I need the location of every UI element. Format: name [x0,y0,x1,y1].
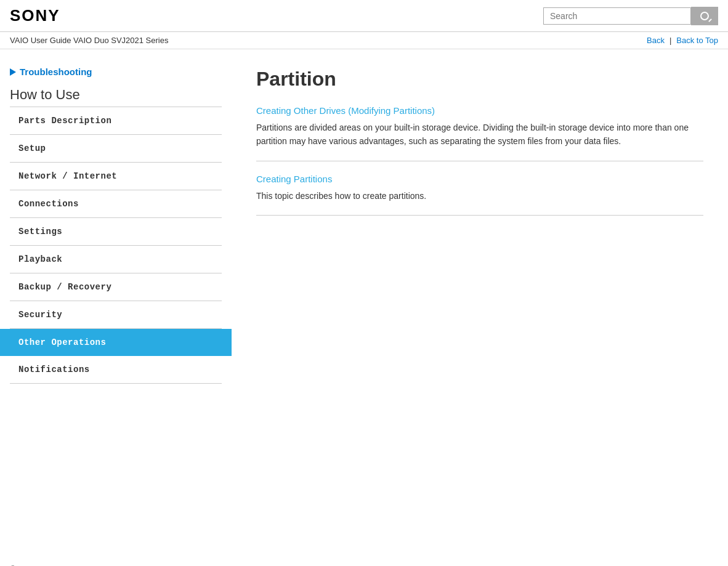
page-title: Partition [256,68,703,91]
how-to-use-heading: How to Use [0,87,232,107]
sidebar-item-backup-recovery[interactable]: Backup / Recovery [0,273,232,301]
sidebar-item-playback[interactable]: Playback [0,246,232,273]
sidebar-item-setup[interactable]: Setup [0,135,232,162]
section-desc-creating-partitions: This topic describes how to create parti… [256,189,703,203]
breadcrumb: VAIO User Guide VAIO Duo SVJ2021 Series [10,36,168,45]
search-button[interactable] [691,7,718,25]
back-link[interactable]: Back [647,36,665,45]
sidebar-item-parts-description[interactable]: Parts Description [0,107,232,134]
section-link-creating-other-drives[interactable]: Creating Other Drives (Modifying Partiti… [256,105,703,116]
sidebar-item-network-internet[interactable]: Network / Internet [0,163,232,190]
troubleshooting-label: Troubleshooting [20,67,92,77]
header: SONY [0,0,728,32]
search-area [543,7,718,25]
sidebar-item-connections[interactable]: Connections [0,190,232,217]
sidebar: Troubleshooting How to Use Parts Descrip… [0,49,232,554]
sidebar-divider-9 [10,383,222,384]
search-input[interactable] [543,7,691,25]
footer: © 2012 Sony Corporation [0,554,728,566]
nav-separator: | [669,36,671,45]
sony-logo: SONY [10,6,60,25]
search-icon [700,12,709,20]
main: Troubleshooting How to Use Parts Descrip… [0,49,728,554]
sidebar-item-security[interactable]: Security [0,301,232,328]
sidebar-item-other-operations[interactable]: Other Operations [0,329,232,356]
section-link-creating-partitions[interactable]: Creating Partitions [256,174,703,184]
back-to-top-link[interactable]: Back to Top [676,36,718,45]
section-desc-creating-other-drives: Partitions are divided areas on your bui… [256,121,703,148]
content-divider-2 [256,215,703,216]
chevron-right-icon [10,68,16,76]
sidebar-item-notifications[interactable]: Notifications [0,356,232,383]
nav-bar: VAIO User Guide VAIO Duo SVJ2021 Series … [0,32,728,49]
troubleshooting-link[interactable]: Troubleshooting [0,62,232,87]
nav-links: Back | Back to Top [647,36,718,45]
content-divider-1 [256,161,703,161]
how-to-use-section: How to Use Parts Description Setup Netwo… [0,87,232,384]
sidebar-item-settings[interactable]: Settings [0,218,232,245]
content: Partition Creating Other Drives (Modifyi… [232,49,728,554]
